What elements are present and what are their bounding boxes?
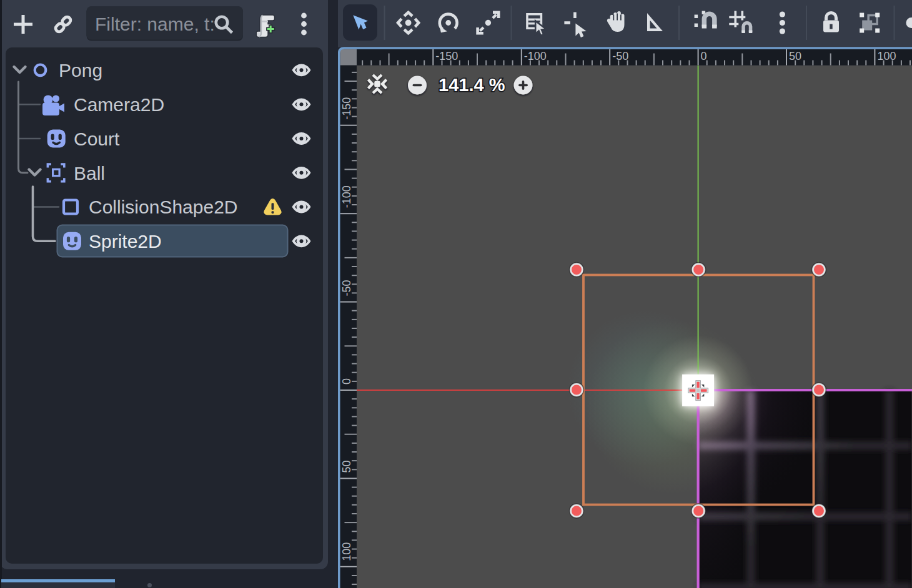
svg-text:0: 0 (701, 50, 707, 62)
svg-text:141.4 %: 141.4 % (439, 75, 505, 95)
svg-text:-100: -100 (524, 50, 547, 62)
svg-text:-100: -100 (340, 185, 353, 208)
svg-text:50: 50 (789, 50, 801, 62)
svg-text:-50: -50 (612, 50, 628, 62)
svg-text:-50: -50 (340, 280, 353, 296)
svg-text:Filter: name, t:: Filter: name, t: (95, 14, 215, 34)
svg-text:-150: -150 (435, 50, 458, 62)
svg-text:100: 100 (877, 50, 896, 62)
svg-text:50: 50 (340, 460, 353, 473)
svg-text:-150: -150 (340, 97, 353, 120)
svg-text:0: 0 (340, 378, 353, 385)
svg-text:100: 100 (340, 542, 353, 561)
